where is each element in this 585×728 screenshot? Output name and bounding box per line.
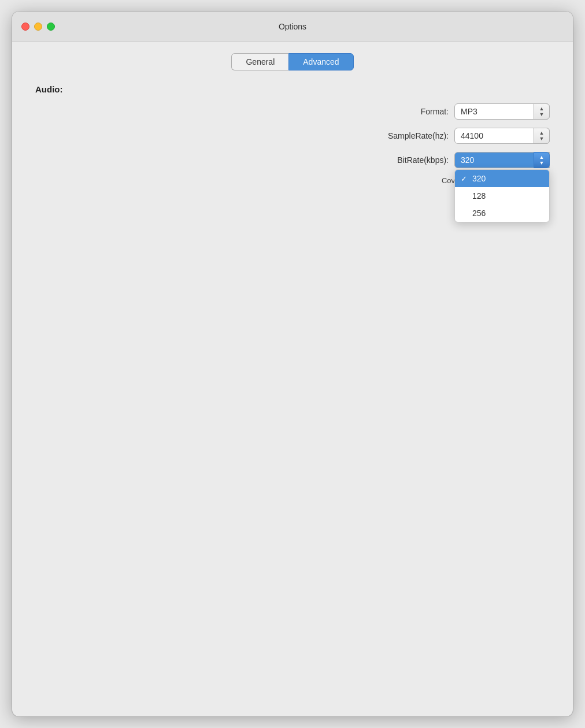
section-title: Audio: xyxy=(35,84,550,94)
bitrate-dropdown-container: 320 ▲ ▼ ✓ 320 xyxy=(454,152,550,168)
samplerate-arrow-down: ▼ xyxy=(539,136,545,142)
samplerate-select-wrapper: 44100 ▲ ▼ xyxy=(454,128,550,144)
format-stepper[interactable]: ▲ ▼ xyxy=(534,103,550,120)
window-title: Options xyxy=(279,22,306,31)
bitrate-arrow-down: ▼ xyxy=(539,161,545,166)
audio-section: Audio: Format: MP3 ▲ ▼ xyxy=(12,84,573,185)
bitrate-label: BitRate(kbps): xyxy=(397,155,449,165)
bitrate-option-256-value: 256 xyxy=(472,209,486,218)
content-area: General Advanced Audio: Format: MP3 ▲ ▼ xyxy=(12,42,573,205)
bitrate-stepper[interactable]: ▲ ▼ xyxy=(534,152,550,168)
samplerate-label: SampleRate(hz): xyxy=(388,131,449,140)
bitrate-option-128-value: 128 xyxy=(472,191,486,200)
tabs-container: General Advanced xyxy=(12,53,573,70)
format-value: MP3 xyxy=(461,107,477,116)
bitrate-option-128[interactable]: 128 xyxy=(455,187,549,205)
bitrate-option-320[interactable]: ✓ 320 xyxy=(455,170,549,187)
format-label: Format: xyxy=(421,107,449,116)
format-select-wrapper: MP3 ▲ ▼ xyxy=(454,103,550,120)
tab-advanced[interactable]: Advanced xyxy=(288,53,353,70)
bitrate-value: 320 xyxy=(461,155,474,165)
format-arrows: ▲ ▼ xyxy=(539,106,545,117)
format-arrow-up: ▲ xyxy=(539,106,545,112)
tab-general[interactable]: General xyxy=(231,53,288,70)
bitrate-option-256[interactable]: 256 xyxy=(455,205,549,222)
bitrate-row: BitRate(kbps): 320 ▲ ▼ xyxy=(35,152,550,168)
minimize-button[interactable] xyxy=(34,23,42,31)
bitrate-select-wrapper: 320 ▲ ▼ xyxy=(454,152,550,168)
titlebar: Options xyxy=(12,12,573,42)
bitrate-arrows: ▲ ▼ xyxy=(539,155,545,166)
samplerate-row: SampleRate(hz): 44100 ▲ ▼ xyxy=(35,128,550,144)
close-button[interactable] xyxy=(21,23,29,31)
format-arrow-down: ▼ xyxy=(539,112,545,117)
bitrate-dropdown-menu: ✓ 320 128 256 xyxy=(454,169,550,222)
format-row: Format: MP3 ▲ ▼ xyxy=(35,103,550,120)
maximize-button[interactable] xyxy=(47,23,55,31)
checkmark-icon: ✓ xyxy=(461,174,467,183)
bitrate-arrow-up: ▲ xyxy=(539,155,545,160)
options-window: Options General Advanced Audio: Format: … xyxy=(12,12,573,716)
samplerate-arrow-up: ▲ xyxy=(539,131,545,136)
traffic-lights xyxy=(21,23,55,31)
samplerate-arrows: ▲ ▼ xyxy=(539,131,545,142)
bitrate-option-320-value: 320 xyxy=(472,174,486,183)
samplerate-stepper[interactable]: ▲ ▼ xyxy=(534,128,550,144)
samplerate-value: 44100 xyxy=(461,131,483,140)
